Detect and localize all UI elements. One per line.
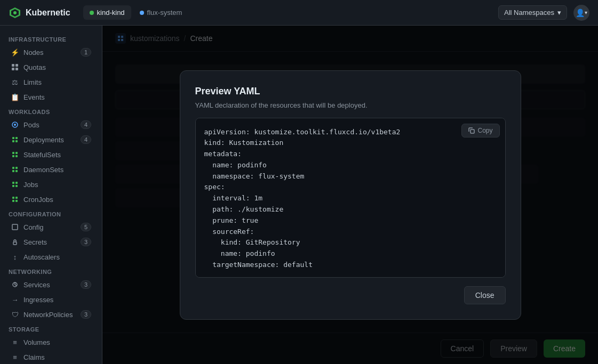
topbar: Kubernetic kind-kind flux-system All Nam… — [0, 0, 598, 26]
namespace-selector[interactable]: All Namespaces ▾ — [498, 5, 567, 20]
svg-rect-11 — [12, 140, 14, 142]
sidebar-badge-nodes: 1 — [81, 48, 91, 56]
svg-rect-6 — [15, 68, 18, 70]
volumes-icon: ≡ — [11, 338, 19, 346]
sidebar-section-storage: Storage — [0, 322, 102, 335]
cluster-tab-kind-kind[interactable]: kind-kind — [83, 5, 131, 20]
config-icon — [11, 223, 19, 231]
svg-rect-20 — [15, 170, 18, 172]
sidebar-label-deployments: Deployments — [23, 136, 64, 144]
sidebar-badge-pods: 4 — [81, 120, 91, 129]
svg-rect-14 — [15, 152, 18, 154]
sidebar-item-limits[interactable]: ⚖ Limits — [2, 75, 100, 90]
preview-yaml-modal: Preview YAML YAML declaration of the res… — [180, 70, 521, 320]
cluster-tabs: kind-kind flux-system — [83, 5, 498, 20]
sidebar-item-jobs[interactable]: Jobs — [2, 177, 100, 192]
close-button[interactable]: Close — [464, 286, 506, 304]
sidebar-section-configuration: Configuration — [0, 207, 102, 220]
cluster-label-kind-kind: kind-kind — [97, 9, 125, 17]
claims-icon: ≡ — [11, 353, 19, 361]
modal-footer: Close — [195, 286, 506, 304]
user-chevron-icon: ▾ — [585, 10, 587, 15]
secrets-icon — [11, 238, 19, 246]
sidebar-label-claims: Claims — [23, 353, 45, 361]
sidebar-item-events[interactable]: 📋 Events — [2, 90, 100, 104]
sidebar-item-config[interactable]: Config 5 — [2, 220, 100, 234]
sidebar-badge-networkpolicies: 3 — [81, 310, 91, 319]
statefulsets-icon — [11, 150, 19, 159]
modal-title: Preview YAML — [195, 86, 506, 97]
events-icon: 📋 — [11, 93, 19, 101]
sidebar-item-quotas[interactable]: Quotas — [2, 60, 100, 75]
svg-rect-26 — [15, 197, 18, 199]
sidebar-section-infrastructure: Infrastructure — [0, 32, 102, 45]
svg-rect-5 — [12, 68, 14, 70]
cluster-dot-blue — [140, 11, 144, 15]
svg-rect-4 — [15, 64, 18, 67]
svg-point-8 — [14, 124, 16, 126]
sidebar-label-quotas: Quotas — [23, 63, 46, 71]
sidebar-item-ingresses[interactable]: → Ingresses — [2, 292, 100, 307]
sidebar-item-statefulsets[interactable]: StatefulSets — [2, 147, 100, 162]
modal-overlay: Preview YAML YAML declaration of the res… — [102, 26, 598, 364]
sidebar-item-nodes[interactable]: ⚡ Nodes 1 — [2, 45, 100, 60]
sidebar-label-cronjobs: CronJobs — [23, 196, 53, 204]
svg-rect-23 — [12, 185, 14, 187]
sidebar-label-autoscalers: Autoscalers — [23, 253, 60, 261]
sidebar-badge-services: 3 — [81, 280, 91, 289]
content-area: kustomizations / Create Cancel Preview C… — [102, 26, 598, 364]
app-logo: Kubernetic — [9, 6, 70, 19]
modal-code-container: Copy apiVersion: kustomize.toolkit.fluxc… — [195, 118, 506, 278]
sidebar-item-cronjobs[interactable]: CronJobs — [2, 192, 100, 207]
sidebar-item-autoscalers[interactable]: ↕ Autoscalers — [2, 249, 100, 264]
svg-rect-9 — [12, 137, 14, 139]
svg-rect-21 — [12, 182, 14, 184]
sidebar-section-workloads: Workloads — [0, 104, 102, 117]
svg-rect-25 — [12, 197, 14, 199]
modal-subtitle: YAML declaration of the resources that w… — [195, 101, 506, 109]
user-avatar[interactable]: 👤 ▾ — [573, 5, 589, 21]
copy-label: Copy — [477, 127, 492, 134]
main-layout: Infrastructure ⚡ Nodes 1 Quotas ⚖ Limits — [0, 26, 598, 364]
ingresses-icon: → — [11, 295, 19, 304]
sidebar-item-pods[interactable]: Pods 4 — [2, 117, 100, 132]
sidebar-badge-secrets: 3 — [81, 238, 91, 246]
svg-rect-3 — [12, 64, 14, 67]
sidebar-badge-deployments: 4 — [81, 135, 91, 144]
svg-rect-22 — [15, 182, 18, 184]
namespace-label: All Namespaces — [504, 9, 554, 17]
copy-button[interactable]: Copy — [461, 124, 499, 137]
sidebar-label-services: Services — [23, 281, 50, 289]
svg-rect-15 — [12, 155, 14, 157]
limits-icon: ⚖ — [11, 78, 19, 86]
sidebar-label-statefulsets: StatefulSets — [23, 151, 61, 159]
svg-rect-24 — [15, 185, 18, 187]
sidebar-item-networkpolicies[interactable]: 🛡 NetworkPolicies 3 — [2, 307, 100, 322]
kubernetic-logo-icon — [9, 6, 21, 19]
svg-rect-16 — [15, 155, 18, 157]
services-icon — [11, 280, 19, 289]
svg-rect-12 — [15, 140, 18, 142]
sidebar-label-volumes: Volumes — [23, 338, 50, 346]
svg-point-2 — [13, 11, 17, 14]
sidebar-item-claims[interactable]: ≡ Claims — [2, 350, 100, 364]
cluster-dot-green — [90, 11, 94, 15]
sidebar-item-volumes[interactable]: ≡ Volumes — [2, 335, 100, 350]
autoscalers-icon: ↕ — [11, 253, 19, 261]
sidebar-item-services[interactable]: Services 3 — [2, 277, 100, 292]
deployments-icon — [11, 135, 19, 144]
sidebar-item-daemonsets[interactable]: DaemonSets — [2, 162, 100, 177]
sidebar-label-jobs: Jobs — [23, 181, 38, 189]
svg-rect-18 — [15, 167, 18, 169]
user-icon: 👤 — [576, 9, 585, 17]
daemonsets-icon — [11, 165, 19, 174]
sidebar-item-secrets[interactable]: Secrets 3 — [2, 234, 100, 249]
svg-rect-30 — [13, 242, 17, 245]
sidebar-item-deployments[interactable]: Deployments 4 — [2, 132, 100, 147]
nodes-icon: ⚡ — [11, 48, 19, 56]
svg-rect-10 — [15, 137, 18, 139]
sidebar-label-secrets: Secrets — [23, 238, 47, 246]
svg-rect-36 — [471, 130, 474, 133]
cluster-tab-flux-system[interactable]: flux-system — [133, 5, 189, 20]
svg-rect-19 — [12, 170, 14, 172]
